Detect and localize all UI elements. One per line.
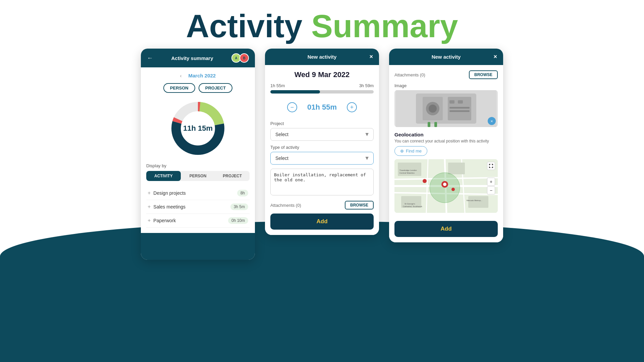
item-name: Paperwork	[153, 218, 176, 223]
zoom-out-btn[interactable]: −	[487, 186, 495, 194]
avatar-group: A B	[231, 53, 249, 63]
geo-desc: You can connect your actual position wit…	[394, 139, 498, 143]
map-zoom-controls: + −	[487, 178, 495, 194]
filter-buttons: PERSON PROJECT	[146, 83, 250, 93]
svg-text:Central Waterloo: Central Waterloo	[399, 172, 415, 174]
location-icon: ⊕	[400, 148, 404, 154]
svg-point-30	[423, 179, 427, 183]
svg-rect-11	[458, 100, 463, 104]
item-time: 3h 5m	[230, 203, 248, 210]
find-me-btn[interactable]: ⊕ Find me	[394, 146, 427, 156]
image-preview: ×	[394, 90, 498, 127]
card2-title: New activity	[275, 54, 370, 60]
card3-body: Attachments (0) BROWSE Image	[389, 65, 503, 242]
image-label: Image	[394, 83, 498, 88]
card3-attach-label: Attachments (0)	[394, 72, 425, 77]
tab-activity[interactable]: ACTIVITY	[146, 171, 181, 181]
map-expand-btn[interactable]	[487, 162, 495, 170]
header-activity: Activity	[186, 8, 303, 44]
list-item: + Paperwork 0h 10m	[146, 214, 250, 228]
expand-icon[interactable]: +	[148, 190, 151, 196]
display-by-label: Display by	[146, 163, 250, 168]
close-icon-3[interactable]: ×	[493, 53, 497, 60]
zoom-in-btn[interactable]: +	[487, 178, 495, 186]
card3-header: × New activity ×	[389, 49, 503, 65]
geo-title: Geolocation	[394, 132, 498, 137]
time-value: 01h 55m	[307, 103, 337, 112]
item-time: 0h 10m	[228, 217, 248, 224]
donut-chart: 11h 15m	[168, 98, 228, 159]
expand-icon[interactable]: +	[148, 218, 151, 224]
card-new-activity-detail: × New activity × Attachments (0) BROWSE …	[389, 49, 503, 242]
svg-rect-13	[449, 110, 470, 112]
find-me-label: Find me	[406, 148, 422, 154]
svg-rect-14	[428, 122, 430, 127]
close-icon[interactable]: ×	[369, 53, 373, 60]
card2-body: Wed 9 Mar 2022 1h 55m 3h 59m − 01h 55m +…	[265, 65, 379, 235]
person-filter-btn[interactable]: PERSON	[163, 83, 195, 93]
svg-text:Travelodge London: Travelodge London	[399, 169, 417, 171]
donut-label: 11h 15m	[183, 124, 213, 133]
attach-label: Attachments (0)	[270, 203, 301, 208]
item-name: Design projects	[153, 190, 186, 196]
project-select[interactable]: Select	[270, 128, 374, 141]
header-summary: Summary	[311, 8, 458, 44]
svg-rect-12	[449, 107, 470, 109]
card3-browse-button[interactable]: BROWSE	[469, 70, 498, 79]
svg-point-29	[443, 183, 446, 186]
project-label: Project	[270, 121, 374, 126]
prev-month-arrow[interactable]: ‹	[180, 73, 182, 78]
activity-list: + Design projects 8h + Sales meetings 3h…	[146, 186, 250, 228]
item-time: 8h	[237, 190, 248, 196]
svg-point-9	[429, 105, 437, 113]
svg-point-31	[451, 188, 455, 191]
expand-icon[interactable]: +	[148, 204, 151, 210]
page-header: Activity Summary	[0, 0, 644, 49]
increase-time-btn[interactable]: +	[347, 102, 357, 112]
item-name: Sales meetings	[153, 204, 185, 209]
card-new-activity: × New activity × Wed 9 Mar 2022 1h 55m 3…	[265, 49, 379, 235]
browse-button[interactable]: BROWSE	[345, 201, 374, 209]
card-activity-summary: ← Activity summary A B ‹ March 2022 PERS…	[141, 49, 255, 260]
svg-rect-15	[434, 122, 437, 127]
attachments-row: Attachments (0) BROWSE	[270, 201, 374, 209]
notes-textarea[interactable]: Boiler installation, replacement of the …	[270, 169, 374, 195]
remove-image-btn[interactable]: ×	[488, 117, 496, 125]
back-arrow-icon[interactable]: ←	[147, 55, 153, 62]
svg-rect-10	[449, 100, 454, 104]
card2-header: × New activity ×	[265, 49, 379, 65]
time-end: 3h 59m	[359, 83, 374, 88]
time-control: − 01h 55m +	[270, 99, 374, 116]
svg-rect-25	[448, 163, 465, 174]
add-button-3[interactable]: Add	[394, 221, 498, 237]
card1-footer	[141, 233, 255, 260]
svg-text:St George's: St George's	[405, 203, 415, 205]
progress-fill	[270, 90, 320, 94]
card1-body: ‹ March 2022 PERSON PROJECT	[141, 67, 255, 233]
month-nav: ‹ March 2022	[146, 73, 250, 78]
project-filter-btn[interactable]: PROJECT	[199, 83, 232, 93]
svg-rect-26	[468, 196, 488, 208]
project-select-wrap: Select ▼	[270, 128, 374, 141]
svg-text:Mercato Metrop...: Mercato Metrop...	[467, 199, 482, 201]
add-button[interactable]: Add	[270, 214, 374, 230]
card3-attachments-row: Attachments (0) BROWSE	[394, 70, 498, 79]
activity-select-wrap: Select ▼	[270, 152, 374, 165]
activity-type-label: Type of activity	[270, 145, 374, 150]
map-container: Travelodge London Central Waterloo St Ge…	[394, 159, 498, 213]
progress-section: 1h 55m 3h 59m	[270, 83, 374, 94]
tab-person[interactable]: PERSON	[181, 171, 215, 181]
tab-project[interactable]: PROJECT	[215, 171, 250, 181]
cards-container: ← Activity summary A B ‹ March 2022 PERS…	[0, 49, 644, 260]
progress-times: 1h 55m 3h 59m	[270, 83, 374, 88]
display-tabs: ACTIVITY PERSON PROJECT	[146, 171, 250, 181]
card1-title: Activity summary	[153, 55, 231, 61]
card3-title: New activity	[399, 54, 494, 60]
list-item: + Design projects 8h	[146, 186, 250, 200]
decrease-time-btn[interactable]: −	[287, 102, 297, 112]
geolocation-section: Geolocation You can connect your actual …	[394, 132, 498, 213]
svg-text:Cathedral, Southwark: Cathedral, Southwark	[403, 205, 423, 207]
activity-type-select[interactable]: Select	[270, 152, 374, 165]
progress-bar	[270, 90, 374, 94]
image-section: Image	[394, 83, 498, 127]
